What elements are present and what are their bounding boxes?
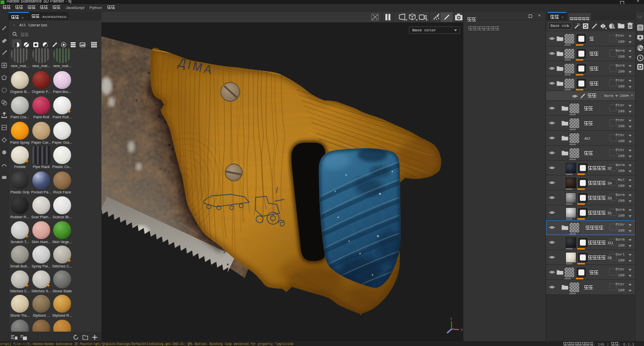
- svg-text:Y: Y: [450, 317, 453, 321]
